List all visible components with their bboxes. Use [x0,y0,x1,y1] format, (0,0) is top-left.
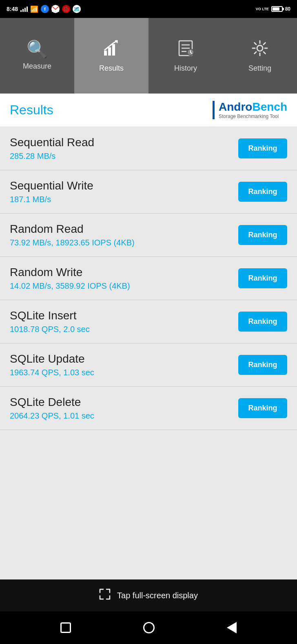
tab-results[interactable]: Results [74,18,148,94]
brand-subtitle: Storage Benchmarking Tool [219,114,279,119]
result-name: SQLite Update [10,352,94,365]
tab-setting-label: Setting [248,64,271,73]
brand-bench: Bench [252,100,287,113]
svg-point-9 [257,45,263,51]
svg-line-16 [264,42,265,44]
result-info: Random Write 14.02 MB/s, 3589.92 IOPS (4… [10,266,130,291]
home-button[interactable] [143,622,155,633]
result-name: Random Write [10,266,130,279]
result-value: 1963.74 QPS, 1.03 sec [10,368,94,377]
status-right: VO LTE 80 [256,6,290,12]
ad-bar-text: Tap full-screen display [117,591,198,600]
svg-rect-2 [108,47,111,56]
result-info: SQLite Insert 1018.78 QPS, 2.0 sec [10,309,90,334]
brand-andro: Andro [219,100,252,113]
ranking-button-random-read[interactable]: Ranking [238,225,287,245]
volte-badge: VO LTE [256,7,269,11]
result-name: Sequential Read [10,136,94,149]
result-value: 73.92 MB/s, 18923.65 IOPS (4KB) [10,238,135,247]
result-item-random-read: Random Read 73.92 MB/s, 18923.65 IOPS (4… [0,214,297,257]
tab-history[interactable]: History [148,18,223,94]
result-item-sqlite-update: SQLite Update 1963.74 QPS, 1.03 sec Rank… [0,343,297,387]
status-bar: 8:48 📶 f 🐞 🗺️ VO LTE 80 [0,0,297,18]
fullscreen-icon [99,588,111,602]
tab-measure-label: Measure [23,62,51,71]
battery-icon [271,6,283,12]
result-value: 1018.78 QPS, 2.0 sec [10,325,90,334]
result-item-sqlite-insert: SQLite Insert 1018.78 QPS, 2.0 sec Ranki… [0,300,297,343]
history-icon [177,39,195,60]
brand-name: AndroBench [219,101,287,114]
result-info: Random Read 73.92 MB/s, 18923.65 IOPS (4… [10,223,135,247]
tab-results-label: Results [99,64,124,73]
setting-icon [251,39,269,60]
status-left: 8:48 📶 f 🐞 🗺️ [7,5,81,13]
result-info: Sequential Write 187.1 MB/s [10,179,93,204]
ranking-button-random-write[interactable]: Ranking [238,268,287,288]
ranking-button-sequential-read[interactable]: Ranking [238,138,287,158]
results-icon [102,39,120,60]
system-nav-bar [0,611,297,644]
result-info: SQLite Update 1963.74 QPS, 1.03 sec [10,352,94,377]
ranking-button-sqlite-insert[interactable]: Ranking [238,312,287,332]
svg-line-14 [255,42,256,44]
result-item-sequential-write: Sequential Write 187.1 MB/s Ranking [0,170,297,214]
signal-bars [20,6,28,12]
result-value: 285.28 MB/s [10,152,94,161]
back-button[interactable] [227,622,237,633]
ranking-button-sqlite-update[interactable]: Ranking [238,355,287,375]
battery-level: 80 [285,6,290,12]
svg-rect-1 [104,51,107,56]
results-list: Sequential Read 285.28 MB/s Ranking Sequ… [0,127,297,505]
result-name: SQLite Delete [10,396,94,409]
result-name: Sequential Write [10,179,93,192]
nav-tabs: 🔍 Measure Results History [0,18,297,94]
content-spacer [0,505,297,579]
measure-icon: 🔍 [27,41,48,58]
svg-line-17 [255,52,256,53]
tab-setting[interactable]: Setting [223,18,297,94]
results-header: Results AndroBench Storage Benchmarking … [0,94,297,127]
svg-line-15 [264,52,265,53]
ladybug-icon: 🐞 [62,5,70,13]
ad-bar[interactable]: Tap full-screen display [0,579,297,611]
result-value: 187.1 MB/s [10,195,93,204]
ranking-button-sqlite-delete[interactable]: Ranking [238,398,287,418]
results-page-title: Results [10,103,53,118]
result-name: Random Read [10,223,135,236]
gmail-icon [51,5,60,13]
result-value: 2064.23 QPS, 1.01 sec [10,411,94,421]
result-item-random-write: Random Write 14.02 MB/s, 3589.92 IOPS (4… [0,257,297,300]
time-display: 8:48 [7,6,18,12]
result-info: SQLite Delete 2064.23 QPS, 1.01 sec [10,396,94,421]
maps-icon: 🗺️ [73,5,81,13]
recent-apps-button[interactable] [60,622,71,633]
tab-measure[interactable]: 🔍 Measure [0,18,74,94]
svg-rect-3 [112,44,115,56]
result-value: 14.02 MB/s, 3589.92 IOPS (4KB) [10,281,130,291]
ranking-button-sequential-write[interactable]: Ranking [238,182,287,202]
result-info: Sequential Read 285.28 MB/s [10,136,94,161]
result-name: SQLite Insert [10,309,90,322]
result-item-sequential-read: Sequential Read 285.28 MB/s Ranking [0,127,297,170]
tab-history-label: History [174,64,197,73]
facebook-icon: f [41,5,49,13]
wifi-icon: 📶 [30,5,38,13]
result-item-sqlite-delete: SQLite Delete 2064.23 QPS, 1.01 sec Rank… [0,387,297,430]
brand-logo: AndroBench Storage Benchmarking Tool [213,101,287,119]
